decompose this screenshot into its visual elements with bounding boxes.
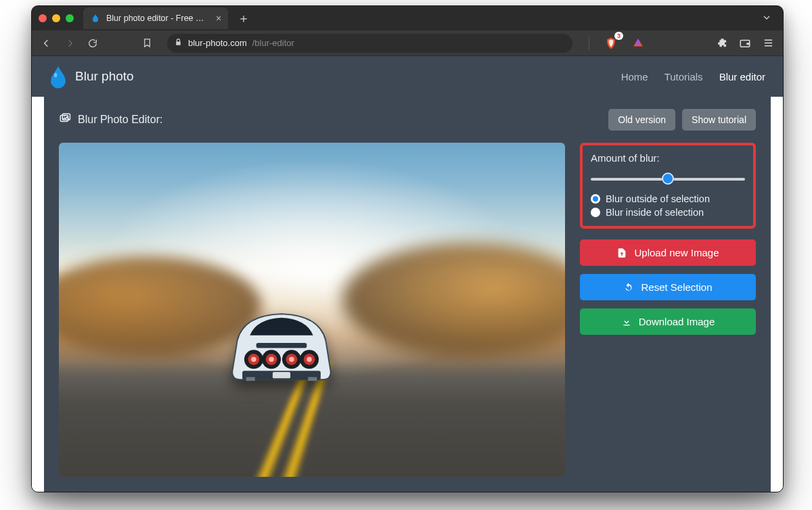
reset-selection-button[interactable]: Reset Selection xyxy=(580,274,756,300)
canvas-subject xyxy=(214,296,349,391)
upload-image-button[interactable]: Upload new Image xyxy=(580,239,756,266)
upload-button-label: Upload new Image xyxy=(634,247,719,258)
radio-indicator xyxy=(591,208,600,217)
nav-reload-button[interactable] xyxy=(85,35,101,51)
show-tutorial-button[interactable]: Show tutorial xyxy=(682,109,756,131)
rewards-button[interactable] xyxy=(630,35,646,51)
controls-sidebar: Amount of blur: Blur outside of selectio… xyxy=(580,143,756,477)
blur-amount-slider[interactable] xyxy=(591,172,745,185)
lock-icon xyxy=(174,38,183,49)
svg-point-15 xyxy=(289,357,294,362)
nav-home[interactable]: Home xyxy=(621,71,648,83)
new-tab-button[interactable]: ＋ xyxy=(235,9,252,27)
page-viewport: Blur photo Home Tutorials Blur editor Bl… xyxy=(32,56,783,492)
browser-toolbar: blur-photo.com/blur-editor 3 xyxy=(32,30,783,56)
svg-point-18 xyxy=(307,357,311,362)
page-wrap: Blur Photo Editor: Old version Show tuto… xyxy=(32,97,783,492)
nav-blur-editor[interactable]: Blur editor xyxy=(719,71,765,83)
radio-inside-label: Blur inside of selection xyxy=(606,207,704,218)
download-button-label: Download Image xyxy=(639,316,715,327)
refresh-icon xyxy=(623,282,634,293)
editor-panel: Blur Photo Editor: Old version Show tuto… xyxy=(44,97,771,492)
reset-button-label: Reset Selection xyxy=(641,281,712,293)
download-icon xyxy=(621,317,632,327)
tab-favicon xyxy=(90,13,101,24)
tab-strip: Blur photo editor - Free online t × ＋ xyxy=(32,6,783,30)
panel-actions: Old version Show tutorial xyxy=(608,109,756,131)
tabs-menu-button[interactable] xyxy=(757,9,776,28)
window-minimize-button[interactable] xyxy=(52,14,60,22)
panel-title: Blur Photo Editor: xyxy=(59,112,162,127)
bookmark-button[interactable] xyxy=(139,35,155,51)
window-controls xyxy=(39,14,74,22)
url-path: /blur-editor xyxy=(252,38,294,48)
radio-blur-inside[interactable]: Blur inside of selection xyxy=(591,207,745,218)
blur-controls-highlight: Amount of blur: Blur outside of selectio… xyxy=(580,143,756,229)
file-upload-icon xyxy=(616,248,627,258)
svg-rect-22 xyxy=(308,377,317,381)
tab-close-icon[interactable]: × xyxy=(216,13,221,24)
browser-tab[interactable]: Blur photo editor - Free online t × xyxy=(83,7,228,29)
old-version-button[interactable]: Old version xyxy=(608,109,675,131)
window-maximize-button[interactable] xyxy=(66,14,74,22)
svg-rect-20 xyxy=(273,372,290,378)
logo-drop-icon xyxy=(49,66,67,87)
extensions-button[interactable] xyxy=(714,35,730,51)
browser-window: Blur photo editor - Free online t × ＋ bl… xyxy=(31,5,784,492)
image-canvas[interactable] xyxy=(59,143,565,477)
radio-blur-outside[interactable]: Blur outside of selection xyxy=(591,193,745,204)
canvas-decoration xyxy=(342,243,565,356)
site-logo[interactable]: Blur photo xyxy=(49,66,134,87)
svg-point-5 xyxy=(64,115,65,116)
brand-name: Blur photo xyxy=(75,69,134,84)
svg-rect-6 xyxy=(256,343,307,348)
brave-shields-button[interactable]: 3 xyxy=(604,36,618,51)
wallet-button[interactable] xyxy=(737,35,753,51)
nav-back-button[interactable] xyxy=(39,35,55,51)
slider-thumb[interactable] xyxy=(662,172,674,185)
window-close-button[interactable] xyxy=(39,14,47,22)
address-bar[interactable]: blur-photo.com/blur-editor xyxy=(167,34,572,53)
nav-tutorials[interactable]: Tutorials xyxy=(664,71,703,83)
svg-point-12 xyxy=(269,357,273,362)
panel-title-text: Blur Photo Editor: xyxy=(78,114,162,126)
svg-point-9 xyxy=(251,357,256,362)
panel-header: Blur Photo Editor: Old version Show tuto… xyxy=(59,109,756,131)
nav-forward-button[interactable] xyxy=(62,35,78,51)
images-icon xyxy=(59,112,71,127)
nav-links: Home Tutorials Blur editor xyxy=(621,71,765,83)
svg-point-2 xyxy=(54,73,57,78)
site-header: Blur photo Home Tutorials Blur editor xyxy=(32,56,783,97)
url-domain: blur-photo.com xyxy=(188,38,247,48)
shields-count-badge: 3 xyxy=(614,32,623,40)
svg-rect-1 xyxy=(746,43,750,45)
radio-outside-label: Blur outside of selection xyxy=(606,193,710,204)
amount-of-blur-label: Amount of blur: xyxy=(591,152,745,164)
app-menu-button[interactable] xyxy=(760,35,776,51)
toolbar-separator xyxy=(589,37,589,50)
download-image-button[interactable]: Download Image xyxy=(580,308,756,335)
tab-title: Blur photo editor - Free online t xyxy=(106,14,208,23)
panel-body: Amount of blur: Blur outside of selectio… xyxy=(59,143,756,477)
svg-rect-21 xyxy=(246,377,255,381)
radio-indicator xyxy=(591,194,600,204)
